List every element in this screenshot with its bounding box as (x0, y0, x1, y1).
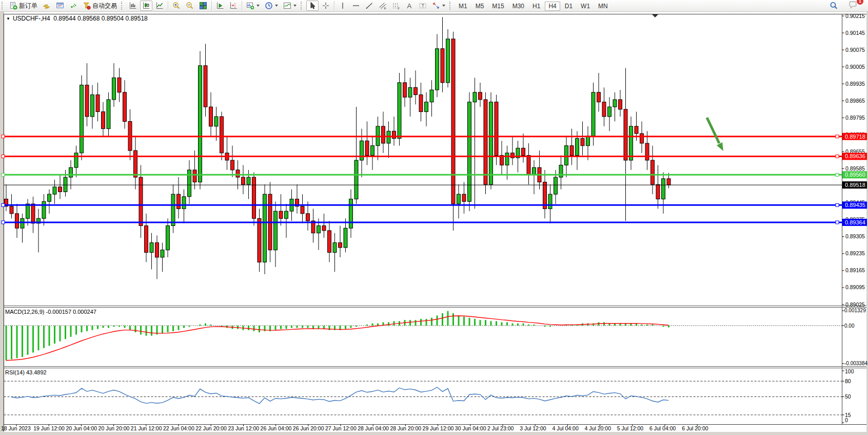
timeframe-button-d1[interactable]: D1 (561, 2, 576, 11)
candle-body-bear (403, 83, 407, 97)
candle-body-bull (333, 243, 337, 253)
search-button[interactable] (827, 1, 840, 11)
trendline-icon (365, 2, 373, 10)
new-order-button[interactable]: 新订单 (7, 1, 40, 11)
candle-body-bear (414, 87, 418, 94)
svg-text:E: E (384, 7, 386, 10)
candle-body-bear (301, 206, 304, 214)
candle-body-bull (349, 199, 353, 229)
line-handle[interactable] (2, 203, 5, 206)
auto-trading-icon (83, 2, 91, 10)
date-label: 4 Jul 04:00 (552, 425, 579, 431)
templates-dropdown[interactable] (281, 1, 299, 11)
time-axis[interactable]: 18 Jun 202319 Jun 12:0020 Jun 04:0020 Ju… (1, 425, 708, 432)
timeframe-button-m30[interactable]: M30 (509, 2, 528, 11)
candle-body-bear (231, 160, 234, 170)
line-handle[interactable] (836, 221, 839, 224)
candle-body-bull (554, 177, 558, 194)
line-handle[interactable] (2, 221, 5, 224)
line-handle[interactable] (836, 155, 839, 158)
timeframe-button-m15[interactable]: M15 (488, 2, 507, 11)
text-label-tool-button[interactable]: T (417, 1, 429, 11)
toolbar-separator (334, 1, 334, 10)
timeframe-button-w1[interactable]: W1 (577, 2, 594, 11)
candle-body-bull (188, 170, 191, 197)
toolbar-grip[interactable] (449, 2, 452, 10)
data-window-button[interactable] (54, 1, 66, 11)
line-handle[interactable] (836, 173, 839, 176)
date-label: 28 Jun 20:00 (390, 425, 421, 431)
price-tick-label: 0.89935 (845, 81, 865, 87)
timeframe-button-h1[interactable]: H1 (529, 2, 544, 11)
date-label: 20 Jun 20:00 (98, 425, 130, 431)
toolbar-grip[interactable] (2, 2, 5, 10)
equidistant-channel-tool-button[interactable]: E (377, 1, 389, 11)
candle-body-bear (155, 243, 159, 257)
candle-body-bear (651, 160, 655, 184)
candle (199, 51, 202, 189)
toolbar-grip[interactable] (121, 2, 124, 10)
timeframe-button-h4[interactable]: H4 (545, 2, 560, 11)
candle-body-bull (629, 126, 633, 160)
candlestick-chart-button[interactable] (140, 1, 152, 11)
candle-body-bear (602, 102, 606, 117)
candle-body-bull (161, 250, 164, 257)
periods-dropdown[interactable] (263, 1, 280, 11)
candle (263, 184, 267, 274)
date-label: 21 Jun 12:00 (131, 425, 162, 431)
timeframe-button-m5[interactable]: M5 (472, 2, 488, 11)
zoom-out-icon (186, 2, 194, 10)
candle-body-bull (274, 211, 278, 250)
arrows-dropdown[interactable] (430, 1, 447, 11)
signals-button[interactable] (67, 1, 80, 11)
macd-tick-label: 0.00 (844, 323, 855, 329)
chart-canvas[interactable]: 0.902150.901450.900750.900050.899350.898… (0, 0, 868, 435)
timeframe-button-m1[interactable]: M1 (455, 2, 471, 11)
line-handle[interactable] (836, 135, 839, 138)
line-handle[interactable] (2, 135, 5, 138)
chat-bubble-icon (849, 1, 857, 9)
price-label-text: 0.89718 (845, 134, 865, 140)
tile-windows-button[interactable] (197, 1, 209, 11)
candle-body-bear (619, 100, 622, 109)
text-tool-button[interactable]: A (403, 1, 416, 11)
auto-scroll-button[interactable] (214, 1, 226, 11)
fibonacci-tool-button[interactable]: F (390, 1, 402, 11)
date-label: 26 Jun 20:00 (293, 425, 324, 431)
candle (398, 73, 401, 146)
fibonacci-icon: F (392, 2, 400, 10)
zoom-in-button[interactable] (170, 1, 183, 11)
candle-body-bear (484, 100, 487, 184)
date-label: 30 Jun 04:00 (455, 425, 486, 431)
candle-body-bear (328, 231, 331, 253)
vertical-line-tool-button[interactable] (337, 1, 349, 11)
line-chart-button[interactable] (153, 1, 166, 11)
line-chart-icon (155, 2, 164, 10)
crosshair-tool-button[interactable] (320, 1, 332, 11)
date-label: 6 Jul 04:00 (649, 425, 676, 431)
candle-body-bear (58, 187, 62, 192)
chart-shift-button[interactable] (227, 1, 240, 11)
line-handle[interactable] (836, 203, 839, 206)
horizontal-line-tool-button[interactable] (350, 1, 362, 11)
text-tool-icon: A (405, 2, 413, 10)
auto-trading-button[interactable]: 自动交易 (81, 1, 119, 11)
market-watch-button[interactable] (41, 1, 53, 11)
cursor-tool-button[interactable] (306, 1, 319, 11)
new-chart-dropdown[interactable] (244, 1, 262, 11)
zoom-out-button[interactable] (184, 1, 196, 11)
new-order-icon (9, 2, 17, 10)
trendline-tool-button[interactable] (363, 1, 376, 11)
timeframe-button-mn[interactable]: MN (595, 2, 611, 11)
bar-chart-button[interactable] (127, 1, 139, 11)
toolbar-grip[interactable] (301, 2, 304, 10)
candle-body-bear (527, 156, 530, 175)
candle-body-bull (344, 228, 347, 248)
line-handle[interactable] (2, 155, 5, 158)
signal-icon (69, 2, 77, 10)
candle-body-bull (468, 102, 471, 202)
line-handle[interactable] (2, 173, 5, 176)
date-label: 27 Jun 12:00 (325, 425, 357, 431)
candle-body-bull (317, 226, 321, 233)
candle-body-bull (613, 100, 617, 107)
